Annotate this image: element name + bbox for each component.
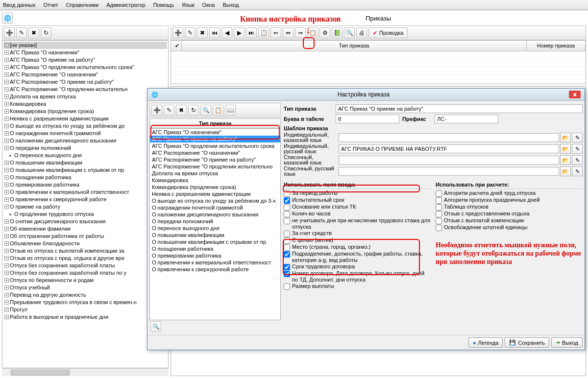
main-menu[interactable]: Ввод данныхОтчетСправочникиАдминистратор… (0, 0, 588, 10)
menu-item[interactable]: Выход (222, 2, 239, 8)
check-item[interactable]: Размер выплаты (284, 283, 432, 290)
tree-item[interactable]: +О приеме на работу (3, 203, 167, 211)
toolbar-button[interactable]: 📋 (213, 105, 223, 116)
template-path[interactable] (339, 156, 559, 165)
list-item[interactable]: АГС Приказ "О назначении" (150, 129, 280, 136)
tree-item[interactable]: +Работа в выходные и праздничные дни (3, 313, 167, 321)
toolbar-button[interactable]: ↻ (188, 105, 199, 116)
toolbar-button[interactable]: 🔍 (344, 27, 355, 38)
check-item[interactable]: Таблица отпусков (436, 204, 583, 211)
input-fields-checklist[interactable]: За период работыИспытательный срокОснова… (284, 189, 432, 290)
menu-item[interactable]: Помощь (153, 2, 174, 8)
list-item[interactable]: О привлечении к сверхурочной работе (150, 266, 280, 273)
tree-item[interactable]: О переносе выходного дня (3, 152, 167, 159)
toolbar-button[interactable]: ⇔ (283, 27, 294, 38)
toolbar-button[interactable]: 📗 (332, 27, 343, 38)
tree-item[interactable]: +АГС Приказ "О продлении испытательного … (3, 64, 167, 71)
toolbar-button[interactable]: 📖 (225, 105, 236, 116)
menu-item[interactable]: Отчет (44, 2, 58, 8)
toolbar-button[interactable]: ✎ (16, 27, 27, 38)
menu-item[interactable]: Окна (202, 2, 215, 8)
tree-item[interactable]: О продлении трудового отпуска (3, 211, 167, 218)
list-item[interactable]: О награждении почетной граммотой (150, 204, 280, 211)
binoculars-icon[interactable]: 🔍 (150, 321, 161, 332)
edit-icon[interactable]: ✎ (572, 166, 583, 176)
list-item[interactable]: О привлечении к материальной ответственн… (150, 259, 280, 266)
tree-item[interactable]: +Отзыв из отпуска с выплатой компенсации… (3, 247, 167, 255)
close-button[interactable]: ✖ (569, 91, 581, 98)
tree-item[interactable]: +Прерывание трудового отпуска в связи с … (3, 299, 167, 306)
tree-item[interactable]: +Объявление благодарности (3, 240, 167, 247)
prefix-input[interactable] (435, 115, 498, 123)
toolbar-button[interactable]: ✖ (197, 27, 208, 38)
tree-item[interactable]: +О поощрении работника (3, 174, 167, 181)
tree-item[interactable]: +Отпуск без сохранения заработной платы … (3, 269, 167, 277)
edit-icon[interactable]: ✎ (572, 133, 583, 142)
toolbar-button[interactable]: 📋 (258, 27, 269, 38)
tree-item[interactable]: +О снятии дисциплинарного взыскания (3, 218, 167, 225)
list-item[interactable]: Неявка с разрешением администрации (150, 190, 280, 197)
tree-item[interactable]: +О привлечении к материальной ответствен… (3, 189, 167, 196)
list-item[interactable]: О поощрении работника (150, 245, 280, 252)
toolbar-button[interactable]: ⏮ (209, 27, 220, 38)
open-icon[interactable]: 📂 (560, 133, 571, 142)
tree-item[interactable]: +О передачи полномочий (3, 144, 167, 152)
provodka-button[interactable]: ✔Проводка (368, 27, 408, 38)
check-item[interactable]: Алгоритм пропуска праздничных дней (436, 197, 583, 204)
toolbar-button[interactable]: ▶ (234, 27, 245, 38)
open-icon[interactable]: 📂 (560, 155, 571, 165)
check-item[interactable]: За период работы (284, 190, 432, 197)
template-path[interactable] (339, 133, 559, 142)
check-item[interactable]: Отзыв с выплатой компенсации (436, 217, 583, 224)
tree-item[interactable]: +АГС Приказ "О назначении" (3, 49, 167, 56)
toolbar-button[interactable]: 🖨 (356, 27, 367, 38)
tree-item[interactable]: +Отпуск без сохранения заработной платы (3, 262, 167, 269)
legend-button[interactable]: ●Легенда (468, 337, 503, 348)
toolbar-button[interactable]: ➕ (151, 105, 162, 116)
tree-item[interactable]: +Доплата на время отпуска (3, 93, 167, 100)
toolbar-button[interactable]: 🔍 (200, 105, 211, 116)
list-item[interactable]: Командировка (150, 177, 280, 184)
tree-item[interactable]: +О повышении квалификации (3, 159, 167, 166)
check-item[interactable]: Срок трудового договора (284, 263, 432, 270)
list-item[interactable]: О выходе из отпуска по уходу за ребёнком… (150, 197, 280, 204)
menu-item[interactable]: Справочники (66, 2, 99, 8)
template-path[interactable] (339, 144, 559, 153)
list-item[interactable]: О наложении дисциплинарного взыскания (150, 211, 280, 218)
type-input[interactable] (336, 104, 583, 113)
open-icon[interactable]: 📂 (560, 166, 571, 176)
tree-item[interactable]: +Отпуск по беременности и родам (3, 277, 167, 284)
check-item[interactable]: Отзыв с предоставлением отдыха (436, 211, 583, 217)
toolbar-button[interactable]: ⚙ (319, 27, 330, 38)
menu-item[interactable]: Ввод данных (3, 2, 36, 8)
check-item[interactable]: Колич-во часов (284, 211, 432, 217)
check-item[interactable]: За счет средств (284, 230, 432, 237)
check-item[interactable]: Основание или статья ТК (284, 204, 432, 211)
tree-item[interactable]: +О премировании работника (3, 181, 167, 189)
menu-item[interactable]: Администратор (106, 2, 145, 8)
tree-item[interactable]: +О повышении квалификации с отрывом от п… (3, 166, 167, 174)
open-icon[interactable]: 📂 (560, 144, 571, 154)
toolbar-button[interactable]: ✎ (164, 105, 174, 116)
tree-item[interactable]: +Прогул (3, 306, 167, 313)
check-item[interactable]: Номер договора, Дата договора, Кол-во от… (284, 270, 432, 283)
check-item[interactable]: Испытательный срок (284, 197, 432, 204)
calc-fields-checklist[interactable]: Алгоритм расчета дней труд.отпускаАлгори… (436, 189, 583, 231)
tree-item[interactable]: +Об отстранении работника от работы (3, 233, 167, 240)
toolbar-button[interactable]: ⇐ (270, 27, 281, 38)
edit-icon[interactable]: ✎ (572, 144, 583, 154)
list-item[interactable]: АГС Приказ "О приеме на работу" (150, 136, 280, 142)
menu-item[interactable]: Язык (182, 2, 195, 8)
list-item[interactable]: О передачи полномочий (150, 218, 280, 225)
list-item[interactable]: О повышении квалификации (150, 232, 280, 238)
list-item[interactable]: О премировании работника (150, 252, 280, 259)
toolbar-button[interactable]: ➕ (172, 27, 183, 38)
h-scroll[interactable] (2, 368, 169, 376)
toolbar-button[interactable]: ↻ (41, 27, 51, 38)
type-list[interactable]: АГС Приказ "О назначении"АГС Приказ "О п… (149, 128, 281, 320)
check-item[interactable]: Место (страна, город, организ.) (284, 244, 432, 251)
tree-item[interactable]: +АГС Распоряжение "О продлении испытател… (3, 86, 167, 93)
toolbar-button[interactable]: ⏭ (246, 27, 257, 38)
tree-item[interactable]: +АГС Приказ "О приеме на работу" (3, 56, 167, 64)
toolbar-button[interactable]: ✖ (176, 105, 187, 116)
